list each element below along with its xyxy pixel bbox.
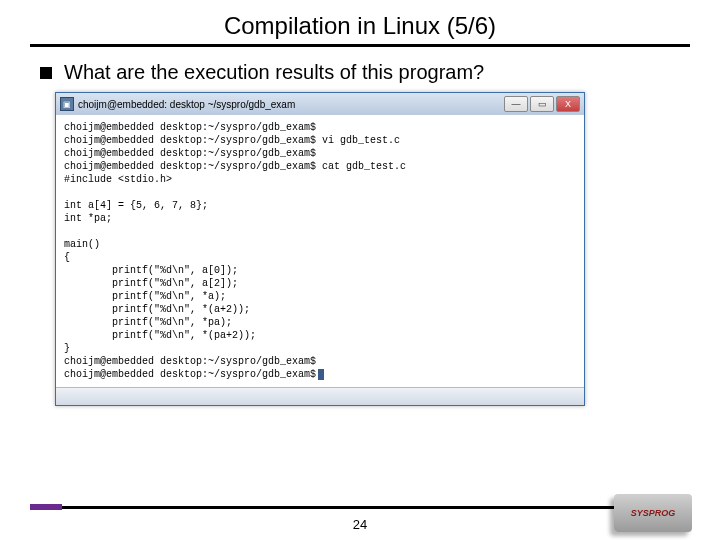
maximize-button[interactable]: ▭ (530, 96, 554, 112)
terminal-window-container: ▣ choijm@embedded: desktop ~/syspro/gdb_… (0, 92, 720, 406)
window-title-text: choijm@embedded: desktop ~/syspro/gdb_ex… (78, 99, 295, 110)
minimize-button[interactable]: — (504, 96, 528, 112)
window-statusbar (56, 387, 584, 405)
window-controls: — ▭ X (504, 96, 580, 112)
page-number: 24 (0, 517, 720, 532)
slide-title: Compilation in Linux (5/6) (0, 0, 720, 44)
titlebar-left: ▣ choijm@embedded: desktop ~/syspro/gdb_… (60, 97, 295, 111)
bullet-text: What are the execution results of this p… (64, 61, 484, 84)
terminal-window: ▣ choijm@embedded: desktop ~/syspro/gdb_… (55, 92, 585, 406)
title-rule (30, 44, 690, 47)
bullet-square-icon (40, 67, 52, 79)
footer-rule (62, 506, 690, 509)
footer-bar (30, 504, 690, 510)
footer-accent (30, 504, 62, 510)
terminal-icon: ▣ (60, 97, 74, 111)
close-button[interactable]: X (556, 96, 580, 112)
bullet-item: What are the execution results of this p… (40, 61, 720, 84)
cursor-icon (318, 369, 324, 380)
logo-image: SYSPROG (614, 494, 692, 532)
terminal-body: choijm@embedded desktop:~/syspro/gdb_exa… (56, 115, 584, 387)
window-titlebar: ▣ choijm@embedded: desktop ~/syspro/gdb_… (56, 93, 584, 115)
